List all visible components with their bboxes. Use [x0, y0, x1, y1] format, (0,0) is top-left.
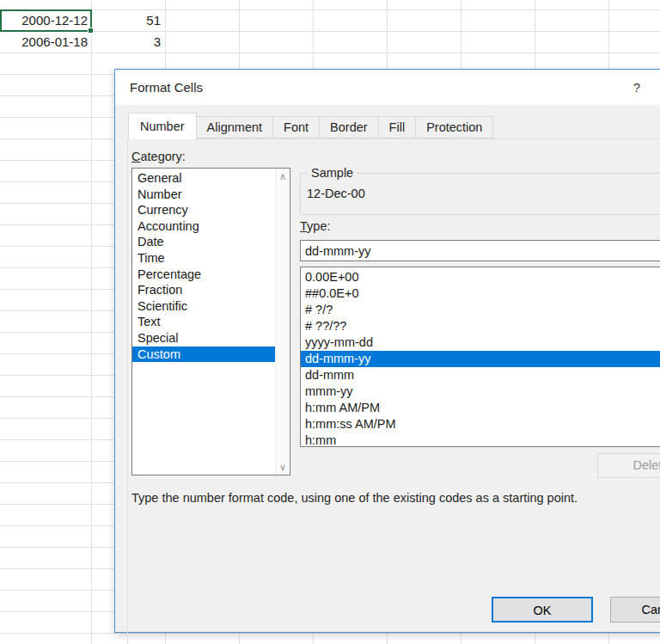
category-item-general[interactable]: General	[132, 170, 275, 187]
category-item-special[interactable]: Special	[132, 330, 275, 347]
tab-protection[interactable]: Protection	[416, 116, 493, 138]
help-icon[interactable]: ?	[624, 70, 650, 105]
category-item-number[interactable]: Number	[132, 187, 275, 203]
type-option-[interactable]: # ??/??	[301, 318, 660, 334]
cell-b1[interactable]: 51	[92, 9, 161, 31]
cell-a2[interactable]: 2006-01-18	[0, 31, 88, 52]
type-option-0-00e-00[interactable]: 0.00E+00	[301, 269, 660, 285]
type-option-0-0e-0[interactable]: ##0.0E+0	[301, 285, 660, 302]
cell-b2[interactable]: 3	[92, 31, 161, 52]
tab-number[interactable]: Number	[128, 113, 197, 139]
category-scrollbar[interactable]: ∧ ∨	[275, 169, 290, 475]
tab-fill[interactable]: Fill	[379, 116, 417, 138]
type-option-dd-mmm[interactable]: dd-mmm	[301, 367, 660, 383]
category-item-accounting[interactable]: Accounting	[132, 218, 275, 235]
fill-handle[interactable]	[88, 28, 94, 34]
category-item-fraction[interactable]: Fraction	[132, 282, 275, 298]
type-option-h-mm-ss-am-pm[interactable]: h:mm:ss AM/PM	[301, 416, 660, 432]
delete-button[interactable]: Delete	[597, 453, 660, 478]
type-listbox[interactable]: 0.00E+00##0.0E+0# ?/?# ??/??yyyy-mm-dddd…	[300, 267, 660, 447]
tab-alignment[interactable]: Alignment	[197, 116, 273, 138]
category-item-text[interactable]: Text	[132, 314, 275, 330]
type-option-dd-mmm-yy[interactable]: dd-mmm-yy	[301, 351, 660, 367]
category-items: GeneralNumberCurrencyAccountingDateTimeP…	[132, 169, 275, 475]
category-item-date[interactable]: Date	[132, 234, 275, 250]
category-item-custom[interactable]: Custom	[132, 347, 275, 363]
type-option-h-mm[interactable]: h:mm	[301, 432, 660, 447]
category-item-scientific[interactable]: Scientific	[132, 298, 275, 315]
cancel-button[interactable]: Cancel	[610, 597, 660, 623]
category-listbox[interactable]: GeneralNumberCurrencyAccountingDateTimeP…	[131, 168, 290, 475]
tab-border[interactable]: Border	[320, 116, 379, 138]
screen: 2000-12-12 51 2006-01-18 3 Format Cells …	[0, 0, 660, 644]
category-item-percentage[interactable]: Percentage	[132, 267, 275, 283]
type-option-h-mm-am-pm[interactable]: h:mm AM/PM	[301, 400, 660, 416]
sample-groupbox: Sample 12-Dec-00	[300, 166, 660, 215]
ok-button[interactable]: OK	[492, 597, 593, 623]
tab-font[interactable]: Font	[273, 116, 320, 138]
type-option-[interactable]: # ?/?	[301, 302, 660, 318]
sample-value: 12-Dec-00	[301, 180, 660, 200]
dialog-titlebar[interactable]: Format Cells ?	[115, 70, 660, 105]
scroll-up-icon[interactable]: ∧	[276, 169, 290, 183]
type-input[interactable]	[300, 240, 660, 261]
category-item-currency[interactable]: Currency	[132, 202, 275, 218]
format-cells-dialog: Format Cells ? NumberAlignmentFontBorder…	[114, 69, 660, 633]
type-label: Type:	[300, 219, 330, 233]
category-label: Category:	[131, 150, 186, 163]
type-option-yyyy-mm-dd[interactable]: yyyy-mm-dd	[301, 334, 660, 351]
category-item-time[interactable]: Time	[132, 250, 275, 267]
selected-cell-outline	[0, 9, 92, 32]
tab-strip: NumberAlignmentFontBorderFillProtection	[128, 113, 493, 138]
scroll-down-icon[interactable]: ∨	[276, 460, 290, 474]
dialog-title: Format Cells	[130, 70, 203, 105]
type-option-mmm-yy[interactable]: mmm-yy	[301, 383, 660, 400]
format-hint-text: Type the number format code, using one o…	[131, 491, 656, 505]
sample-legend: Sample	[308, 166, 357, 180]
